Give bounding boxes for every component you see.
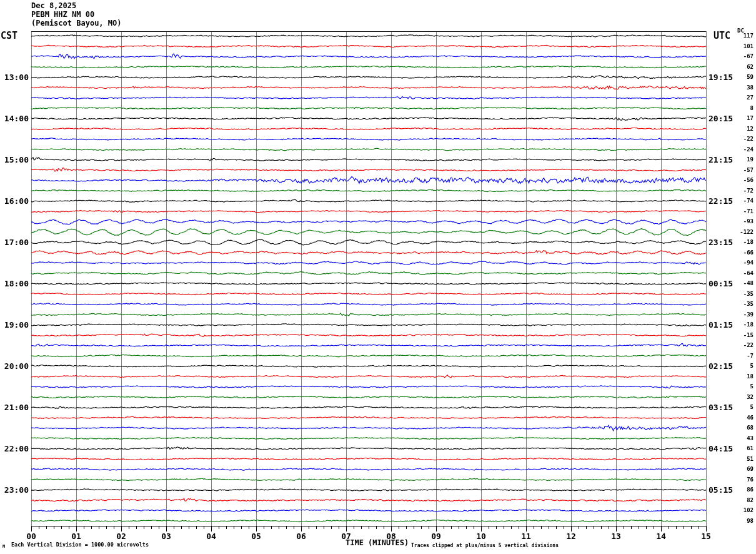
dc-value: 38 [729,84,754,91]
dc-value: 59 [729,74,754,81]
hour-label-left: 20:00 [0,361,29,371]
dc-value: 117 [729,33,754,39]
dc-value: 43 [729,435,754,442]
x-tick-label: 06 [292,532,311,541]
dc-value: -72 [729,188,754,194]
footer-scale-note: Each Vertical Division = 1000.00 microvo… [11,541,149,548]
dc-value: -22 [729,342,754,349]
x-tick-label: 11 [517,532,535,541]
dc-value: 101 [729,43,754,50]
dc-value: -67 [729,53,754,60]
dc-value: 68 [729,425,754,431]
dc-value: 76 [729,476,754,483]
dc-value: 5 [729,383,754,390]
dc-value: 82 [729,497,754,504]
x-tick-label: 13 [607,532,625,541]
dc-value: 61 [729,445,754,452]
dc-value: -7 [729,353,754,360]
dc-value: -39 [729,311,754,318]
dc-value: -35 [729,291,754,298]
dc-value: -56 [729,177,754,184]
dc-value: 98 [729,518,754,525]
hour-label-left: 15:00 [0,155,29,164]
header-location: (Pemiscot Bayou, MO) [31,19,122,28]
dc-value: -93 [729,218,754,225]
hour-label-left: 16:00 [0,196,29,206]
dc-value: -35 [729,301,754,308]
dc-value: 69 [729,466,754,473]
header-station: PEBM HHZ NM 00 [31,10,94,19]
footer-logo-mark: M [2,544,5,549]
x-tick-label: 02 [112,532,131,541]
x-tick-label: 05 [247,532,266,541]
dc-value: -48 [729,280,754,287]
dc-value: 46 [729,415,754,421]
x-tick-label: 14 [652,532,670,541]
dc-value: 18 [729,373,754,380]
dc-value: -94 [729,259,754,266]
helicorder-page: Dec 8,2025 PEBM HHZ NM 00 (Pemiscot Bayo… [0,0,756,554]
x-axis-title: TIME (MINUTES) [346,538,409,547]
dc-value: -71 [729,208,754,215]
dc-value: -66 [729,249,754,256]
footer-clip-note: Traces clipped at plus/minus 5 vertical … [411,543,559,548]
dc-value: -24 [729,146,754,153]
dc-value: -18 [729,321,754,328]
dc-value: -74 [729,198,754,204]
dc-value: 32 [729,394,754,401]
dc-value: -122 [729,229,754,236]
hour-label-left: 17:00 [0,238,29,247]
dc-value: -22 [729,136,754,143]
dc-value: -64 [729,270,754,277]
dc-value: 19 [729,156,754,163]
dc-value: 8 [729,105,754,112]
seismogram-canvas [0,0,756,554]
hour-label-left: 22:00 [0,444,29,453]
x-tick-label: 10 [472,532,490,541]
x-tick-label: 09 [427,532,445,541]
dc-value: 86 [729,486,754,493]
hour-label-left: 18:00 [0,279,29,288]
x-tick-label: 00 [22,532,41,541]
hour-label-left: 21:00 [0,403,29,412]
dc-value: -15 [729,332,754,339]
dc-value: 62 [729,64,754,71]
dc-value: -57 [729,167,754,174]
dc-value: 102 [729,507,754,514]
x-tick-label: 15 [697,532,715,541]
dc-value: 17 [729,115,754,122]
dc-value: 12 [729,126,754,133]
dc-value: -18 [729,239,754,246]
x-tick-label: 12 [562,532,580,541]
dc-value: 51 [729,456,754,463]
hour-label-left: 19:00 [0,320,29,330]
hour-label-left: 14:00 [0,114,29,123]
header-date: Dec 8,2025 [31,1,76,10]
x-tick-label: 01 [67,532,86,541]
hour-label-left: 23:00 [0,485,29,495]
x-tick-label: 04 [202,532,221,541]
dc-value: 27 [729,94,754,101]
left-timezone-label: CST [1,31,17,41]
dc-value: 5 [729,363,754,370]
dc-value: 5 [729,404,754,411]
hour-label-left: 13:00 [0,73,29,82]
x-tick-label: 03 [157,532,176,541]
